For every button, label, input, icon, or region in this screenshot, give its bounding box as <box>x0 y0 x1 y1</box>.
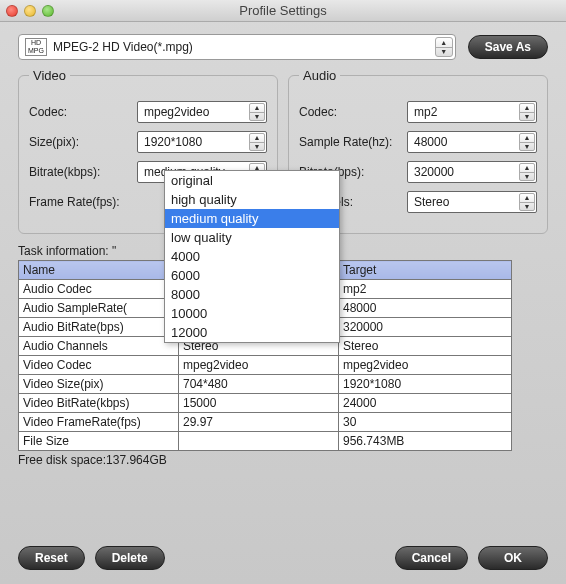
stepper-icon: ▲▼ <box>519 193 535 211</box>
audio-bitrate-select[interactable]: 320000 ▲▼ <box>407 161 537 183</box>
stepper-icon: ▲▼ <box>249 133 265 151</box>
table-row[interactable]: Video BitRate(kbps)1500024000 <box>19 394 512 413</box>
bitrate-option-original[interactable]: original <box>165 171 339 190</box>
save-as-button[interactable]: Save As <box>468 35 548 59</box>
titlebar: Profile Settings <box>0 0 566 22</box>
video-framerate-label: Frame Rate(fps): <box>29 195 131 209</box>
stepper-icon: ▲▼ <box>249 103 265 121</box>
table-row[interactable]: File Size956.743MB <box>19 432 512 451</box>
col-target: Target <box>339 261 512 280</box>
audio-samplerate-select[interactable]: 48000 ▲▼ <box>407 131 537 153</box>
video-size-label: Size(pix): <box>29 135 131 149</box>
audio-legend: Audio <box>299 68 340 83</box>
bitrate-option-low[interactable]: low quality <box>165 228 339 247</box>
delete-button[interactable]: Delete <box>95 546 165 570</box>
video-codec-select[interactable]: mpeg2video ▲▼ <box>137 101 267 123</box>
col-name: Name <box>19 261 179 280</box>
video-legend: Video <box>29 68 70 83</box>
audio-codec-select[interactable]: mp2 ▲▼ <box>407 101 537 123</box>
bitrate-option-medium[interactable]: medium quality <box>165 209 339 228</box>
stepper-icon: ▲▼ <box>519 163 535 181</box>
table-row[interactable]: Video Codecmpeg2videompeg2video <box>19 356 512 375</box>
free-disk-label: Free disk space:137.964GB <box>18 453 548 467</box>
video-size-select[interactable]: 1920*1080 ▲▼ <box>137 131 267 153</box>
table-row[interactable]: Video Size(pix)704*4801920*1080 <box>19 375 512 394</box>
profile-stepper[interactable]: ▲▼ <box>435 37 453 57</box>
bitrate-option-4000[interactable]: 4000 <box>165 247 339 266</box>
video-codec-label: Codec: <box>29 105 131 119</box>
table-row[interactable]: Video FrameRate(fps)29.9730 <box>19 413 512 432</box>
ok-button[interactable]: OK <box>478 546 548 570</box>
stepper-icon: ▲▼ <box>519 133 535 151</box>
window-title: Profile Settings <box>0 3 566 18</box>
bitrate-option-12000[interactable]: 12000 <box>165 323 339 342</box>
reset-button[interactable]: Reset <box>18 546 85 570</box>
bitrate-option-high[interactable]: high quality <box>165 190 339 209</box>
video-bitrate-label: Bitrate(kbps): <box>29 165 131 179</box>
audio-channels-select[interactable]: Stereo ▲▼ <box>407 191 537 213</box>
mpg-file-icon: HD MPG <box>25 38 47 56</box>
bitrate-option-8000[interactable]: 8000 <box>165 285 339 304</box>
bitrate-option-10000[interactable]: 10000 <box>165 304 339 323</box>
audio-codec-label: Codec: <box>299 105 401 119</box>
profile-select-value: MPEG-2 HD Video(*.mpg) <box>53 40 193 54</box>
stepper-icon: ▲▼ <box>519 103 535 121</box>
audio-samplerate-label: Sample Rate(hz): <box>299 135 401 149</box>
profile-select[interactable]: HD MPG MPEG-2 HD Video(*.mpg) ▲▼ <box>18 34 456 60</box>
bitrate-option-6000[interactable]: 6000 <box>165 266 339 285</box>
video-bitrate-dropdown[interactable]: original high quality medium quality low… <box>164 170 340 343</box>
cancel-button[interactable]: Cancel <box>395 546 468 570</box>
